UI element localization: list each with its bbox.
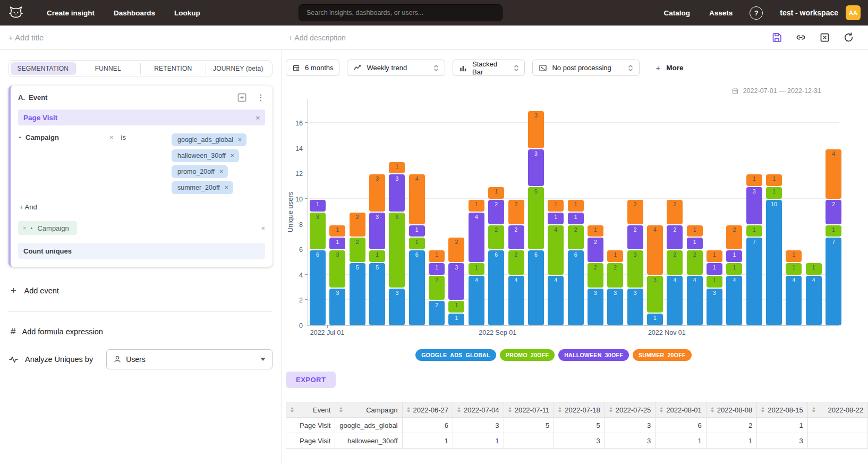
stacked-bar[interactable]: 6533 [528, 110, 544, 325]
help-icon[interactable]: ? [750, 6, 763, 20]
nav-create-insight[interactable]: Create insight [37, 9, 104, 17]
bar-segment-google_ads_global[interactable]: 2 [429, 301, 445, 325]
bar-segment-promo_20off[interactable]: 1 [826, 225, 841, 237]
bar-segment-halloween_30off[interactable]: 1 [568, 213, 584, 224]
bar-segment-google_ads_global[interactable]: 3 [607, 289, 623, 325]
bar-segment-promo_20off[interactable]: 2 [429, 276, 445, 300]
bar-segment-google_ads_global[interactable]: 4 [726, 276, 742, 325]
bar-segment-summer_20off[interactable]: 1 [568, 200, 584, 212]
bar-segment-summer_20off[interactable]: 3 [528, 111, 544, 148]
bar-segment-promo_20off[interactable]: 2 [350, 238, 365, 262]
stacked-bar[interactable]: 411 [786, 249, 802, 325]
add-filter-icon[interactable] [237, 92, 247, 103]
bar-segment-halloween_30off[interactable]: 1 [409, 225, 425, 237]
bar-segment-halloween_30off[interactable]: 2 [508, 225, 524, 250]
trend-select[interactable]: Weekly trend [347, 60, 445, 76]
bar-segment-summer_20off[interactable]: 3 [369, 174, 385, 211]
add-and-filter-button[interactable]: + And [18, 203, 265, 211]
export-button[interactable]: EXPORT [286, 372, 336, 388]
stacked-bar[interactable]: 41 [806, 262, 822, 325]
bar-segment-halloween_30off[interactable]: 2 [488, 200, 504, 224]
bar-segment-summer_20off[interactable]: 2 [350, 213, 365, 237]
stacked-bar[interactable]: 1132 [448, 237, 464, 325]
stacked-bar[interactable]: 6114 [409, 173, 425, 325]
stacked-bar[interactable]: 4222 [667, 199, 683, 325]
stacked-bar[interactable]: 631 [310, 199, 326, 325]
stacked-bar[interactable]: 3111 [707, 249, 722, 325]
bar-segment-summer_20off[interactable]: 1 [548, 200, 564, 212]
bar-segment-google_ads_global[interactable]: 6 [310, 250, 326, 325]
breakdown-chip[interactable]: × Campaign [18, 221, 77, 235]
workspace-name[interactable]: test - workspace [780, 9, 838, 17]
stacked-bar[interactable]: 3221 [588, 224, 603, 325]
bar-segment-summer_20off[interactable]: 1 [389, 162, 405, 174]
campaign-value-chip[interactable]: google_ads_global× [172, 133, 246, 146]
bar-segment-google_ads_global[interactable]: 3 [329, 289, 345, 325]
bar-segment-google_ads_global[interactable]: 1 [448, 314, 464, 325]
bar-segment-google_ads_global[interactable]: 3 [627, 289, 643, 325]
analyze-by-select[interactable]: Users [106, 349, 273, 369]
sort-icon[interactable] [291, 407, 294, 413]
campaign-value-chip[interactable]: summer_20off× [172, 181, 233, 194]
column-header[interactable]: 2022-07-11 [504, 402, 554, 418]
bar-segment-google_ads_global[interactable]: 4 [806, 276, 822, 325]
bar-segment-promo_20off[interactable]: 6 [389, 213, 405, 288]
tab-retention[interactable]: RETENTION [141, 62, 206, 75]
legend-pill-promo_20off[interactable]: PROMO_20OFF [500, 349, 555, 361]
bar-segment-promo_20off[interactable]: 1 [469, 263, 484, 275]
stacked-bar[interactable]: 3322 [627, 199, 643, 325]
bar-segment-promo_20off[interactable]: 1 [369, 250, 385, 262]
bar-segment-promo_20off[interactable]: 1 [707, 276, 722, 288]
bar-segment-promo_20off[interactable]: 3 [310, 213, 326, 249]
bar-segment-promo_20off[interactable]: 1 [409, 238, 425, 249]
bar-segment-summer_20off[interactable]: 2 [627, 200, 643, 224]
bar-segment-summer_20off[interactable]: 2 [448, 238, 464, 262]
bar-segment-promo_20off[interactable]: 2 [667, 250, 683, 275]
bar-segment-google_ads_global[interactable]: 3 [389, 289, 405, 325]
bar-segment-halloween_30off[interactable]: 3 [389, 174, 405, 211]
stacked-bar[interactable]: 3631 [389, 161, 405, 325]
bar-segment-halloween_30off[interactable]: 4 [469, 213, 484, 262]
remove-value-icon[interactable]: × [238, 137, 242, 143]
stacked-bar[interactable]: 7124 [826, 148, 841, 325]
filter-operator[interactable]: is [121, 133, 126, 141]
bar-segment-promo_20off[interactable]: 2 [607, 263, 623, 288]
column-header[interactable]: 2022-06-27 [402, 402, 453, 418]
search-input[interactable] [299, 4, 503, 21]
bar-segment-summer_20off[interactable]: 2 [726, 225, 742, 250]
stacked-bar[interactable]: 5133 [369, 173, 385, 325]
bar-segment-google_ads_global[interactable]: 4 [786, 276, 802, 325]
column-header[interactable]: Campaign [335, 402, 402, 418]
bar-segment-promo_20off[interactable]: 2 [687, 250, 703, 275]
remove-breakdown-icon[interactable]: × [23, 225, 26, 231]
column-header[interactable]: 2022-08-22 [807, 402, 867, 418]
column-header[interactable]: 2022-08-08 [706, 402, 757, 418]
legend-pill-halloween_30off[interactable]: HALLOWEEN_30OFF [558, 349, 629, 361]
bar-segment-summer_20off[interactable]: 1 [469, 200, 484, 212]
bar-segment-promo_20off[interactable]: 1 [806, 263, 822, 275]
bar-segment-summer_20off[interactable]: 1 [429, 250, 445, 262]
add-formula-button[interactable]: # Add formula expression [8, 327, 273, 336]
bar-segment-promo_20off[interactable]: 1 [786, 263, 802, 275]
column-header[interactable]: Event [286, 402, 335, 418]
bar-segment-summer_20off[interactable]: 1 [746, 174, 762, 186]
stacked-bar[interactable]: 522 [350, 212, 365, 325]
bar-segment-promo_20off[interactable]: 5 [528, 187, 544, 249]
bar-segment-google_ads_global[interactable]: 10 [766, 200, 782, 325]
stacked-bar[interactable]: 2211 [429, 249, 445, 325]
remove-breakdown-row-icon[interactable]: × [261, 225, 265, 232]
legend-pill-google_ads_global[interactable]: GOOGLE_ADS_GLOBAL [415, 349, 496, 361]
stacked-bar[interactable]: 4411 [548, 199, 564, 325]
bar-segment-promo_20off[interactable]: 1 [766, 187, 782, 199]
bar-segment-google_ads_global[interactable]: 6 [488, 250, 504, 325]
bar-segment-promo_20off[interactable]: 2 [588, 263, 603, 288]
bar-segment-summer_20off[interactable]: 1 [588, 225, 603, 237]
bar-segment-summer_20off[interactable]: 1 [786, 250, 802, 262]
bar-segment-promo_20off[interactable]: 3 [329, 250, 345, 287]
sort-icon[interactable] [339, 407, 343, 413]
bar-segment-summer_20off[interactable]: 2 [508, 200, 524, 224]
tab-segmentation[interactable]: SEGMENTATION [11, 62, 75, 75]
remove-filter-icon[interactable]: × [109, 134, 114, 141]
clear-icon[interactable] [819, 32, 830, 43]
bar-segment-halloween_30off[interactable]: 1 [429, 263, 445, 275]
